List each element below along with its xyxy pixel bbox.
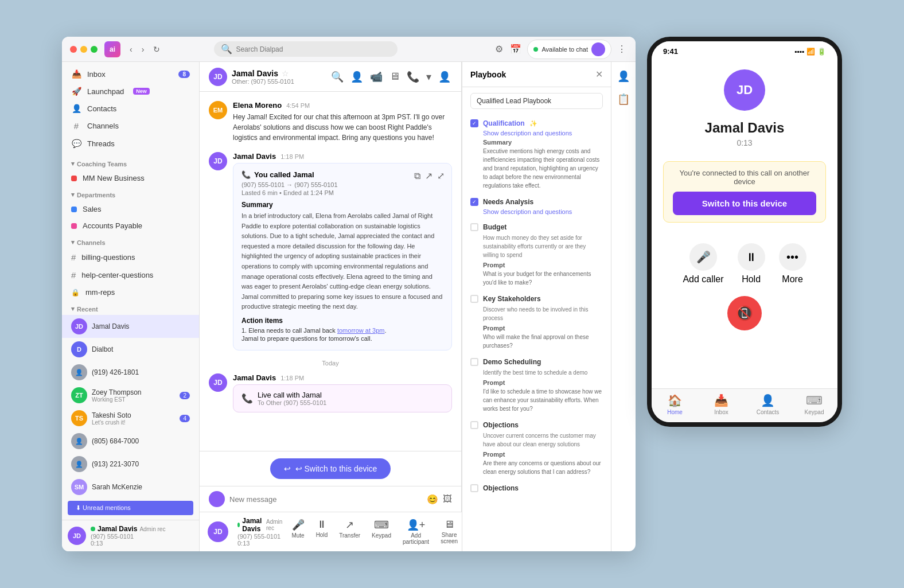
chevron-down-chat[interactable]: ▾ [425, 69, 432, 84]
unread-mentions-bar[interactable]: ⬇ Unread mentions [68, 501, 193, 515]
playbook-item-demo: Demo Scheduling Identify the best time t… [470, 358, 603, 413]
mute-button[interactable]: 🎤 Mute [291, 519, 304, 545]
add-person-button[interactable]: 👤 [349, 69, 364, 84]
maximize-btn[interactable] [91, 46, 98, 53]
recent-item-dialbot[interactable]: D Dialbot [62, 338, 199, 361]
sidebar-label-ap: Accounts Payable [83, 221, 142, 230]
avatar-dialbot: D [71, 341, 87, 357]
back-button[interactable]: ‹ [127, 44, 135, 55]
search-input[interactable] [236, 45, 391, 53]
recent-item-913[interactable]: 👤 (913) 221-3070 [62, 453, 199, 476]
share-screen-button[interactable]: 🖥 Share screen [441, 519, 458, 545]
show-desc-qual[interactable]: Show description and questions [483, 130, 603, 137]
mobile-hold[interactable]: ⏸ Hold [738, 243, 765, 285]
recent-item-zoey[interactable]: ZT Zoey Thompson Working EST 2 [62, 384, 199, 407]
mobile-connected-banner: You're connected to this call on another… [663, 161, 826, 223]
call-actions: 🎤 Mute ⏸ Hold ↗ Transfer ⌨ [291, 519, 458, 545]
playbook-item-stakeholders: Key Stakeholders Discover who needs to b… [470, 295, 603, 350]
star-icon[interactable]: ☆ [282, 69, 289, 78]
checkbox-budget[interactable] [470, 223, 478, 231]
mobile-tab-contacts[interactable]: 👤 Contacts [745, 394, 791, 415]
sidebar-item-channels[interactable]: # Channels [62, 117, 199, 135]
share-button[interactable]: ↗ [425, 170, 432, 181]
message-input[interactable] [229, 495, 422, 504]
sidebar-label-mm: MM New Business [83, 174, 145, 182]
copy-button[interactable]: ⧉ [414, 170, 420, 181]
calendar-icon[interactable]: 📅 [509, 42, 523, 56]
mobile-tab-keypad[interactable]: ⌨ Keypad [791, 394, 837, 415]
sidebar-item-billing-questions[interactable]: # billing-questions [62, 248, 199, 266]
checkbox-qualification[interactable] [470, 119, 478, 127]
checkbox-objections2[interactable] [470, 484, 478, 492]
contact-details-button[interactable]: 👤 [437, 69, 452, 84]
action-link-1[interactable]: tomorrow at 3pm [337, 327, 385, 334]
settings-icon[interactable]: ⚙ [494, 42, 504, 56]
minimize-btn[interactable] [80, 46, 87, 53]
mobile-tab-home[interactable]: 🏠 Home [652, 394, 698, 415]
playbook-select[interactable]: Qualified Lead Playbook [470, 93, 603, 109]
mobile-tab-inbox[interactable]: 📥 Inbox [698, 394, 745, 415]
recent-header[interactable]: ▾ Recent [62, 301, 199, 315]
budget-prompt: What is your budget for the enhancements… [483, 270, 603, 287]
sidebar-item-inbox[interactable]: 📥 Inbox 8 [62, 65, 199, 83]
sidebar-item-sales[interactable]: Sales [62, 201, 199, 217]
video-button[interactable]: 📹 [369, 69, 384, 84]
search-chat-button[interactable]: 🔍 [330, 69, 345, 84]
ai-magic-icon: ✨ [529, 120, 537, 127]
qual-summary-label: Summary [483, 139, 603, 146]
notes-icon-btn[interactable]: 📋 [615, 91, 632, 108]
contact-icon-btn[interactable]: 👤 [615, 68, 632, 85]
more-options-icon[interactable]: ⋮ [616, 42, 628, 56]
hold-button[interactable]: ⏸ Hold [316, 519, 328, 545]
phone-button[interactable]: 📞 [406, 69, 420, 84]
playbook-close-button[interactable]: ✕ [595, 69, 603, 80]
obj-prompt: Are there any concerns or questions abou… [483, 459, 603, 476]
call-bar-number: (907) 555-0101 [237, 533, 282, 540]
show-desc-needs[interactable]: Show description and questions [483, 208, 603, 215]
msg-content-jamal: Jamal Davis 1:18 PM 📞 You called Jamal [233, 152, 452, 351]
sidebar-item-help-center[interactable]: # help-center-questions [62, 266, 199, 284]
mobile-more[interactable]: ••• More [779, 243, 806, 285]
switch-icon: ↩ [284, 464, 291, 473]
add-participant-button[interactable]: 👤+ Add participant [403, 519, 429, 545]
close-btn[interactable] [70, 46, 77, 53]
call-card-number: (907) 555-0101 → (907) 555-0101 [241, 181, 443, 188]
coaching-teams-header[interactable]: ▾ Coaching Teams [62, 155, 199, 170]
departments-header[interactable]: ▾ Departments [62, 186, 199, 201]
call-bar-duration: 0:13 [237, 540, 282, 547]
sidebar-label-sales: Sales [83, 205, 102, 213]
sidebar-item-contacts[interactable]: 👤 Contacts [62, 100, 199, 117]
checkbox-demo[interactable] [470, 358, 478, 366]
sidebar-item-mm-new-business[interactable]: MM New Business [62, 170, 199, 186]
sidebar-item-mm-reps[interactable]: 🔒 mm-reps [62, 284, 199, 301]
forward-button[interactable]: › [139, 44, 147, 55]
mobile-end-call-button[interactable]: 📵 [727, 296, 762, 330]
checkbox-objections[interactable] [470, 421, 478, 429]
recent-item-sarah[interactable]: SM Sarah McKenzie [62, 476, 199, 499]
screen-share-button[interactable]: 🖥 [388, 69, 401, 84]
channels-header[interactable]: ▾ Channels [62, 234, 199, 248]
mobile-switch-button[interactable]: Switch to this device [673, 192, 816, 215]
transfer-button[interactable]: ↗ Transfer [339, 519, 360, 545]
recent-item-919[interactable]: 👤 (919) 426-1801 [62, 361, 199, 384]
checkbox-stakeholders[interactable] [470, 295, 478, 303]
sidebar-item-launchpad[interactable]: 🚀 Launchpad New [62, 83, 199, 100]
recent-item-805[interactable]: 👤 (805) 684-7000 [62, 430, 199, 453]
recent-item-jamal[interactable]: JD Jamal Davis [62, 315, 199, 338]
sidebar-item-threads[interactable]: 💬 Threads [62, 135, 199, 152]
keypad-button[interactable]: ⌨ Keypad [372, 519, 391, 545]
external-link-button[interactable]: ⤢ [437, 170, 445, 181]
recent-item-takeshi[interactable]: TS Takeshi Soto Let's crush it! 4 [62, 407, 199, 430]
mobile-add-caller[interactable]: 🎤 Add caller [683, 243, 723, 285]
sidebar-item-accounts-payable[interactable]: Accounts Payable [62, 217, 199, 234]
search-bar[interactable]: 🔍 [214, 41, 398, 57]
checkbox-needs[interactable] [470, 198, 478, 206]
status-badge[interactable]: Available to chat [527, 40, 611, 59]
switch-to-device-button[interactable]: ↩ ↩ Switch to this device [270, 458, 391, 479]
emoji-button[interactable]: 😊 [427, 494, 438, 505]
refresh-button[interactable]: ↻ [151, 44, 162, 55]
recent-label: Recent [77, 306, 98, 313]
attachment-button[interactable]: 🖼 [443, 494, 452, 505]
msg-sender-live: Jamal Davis [233, 373, 276, 382]
budget-prompt-label: Prompt [483, 262, 603, 268]
